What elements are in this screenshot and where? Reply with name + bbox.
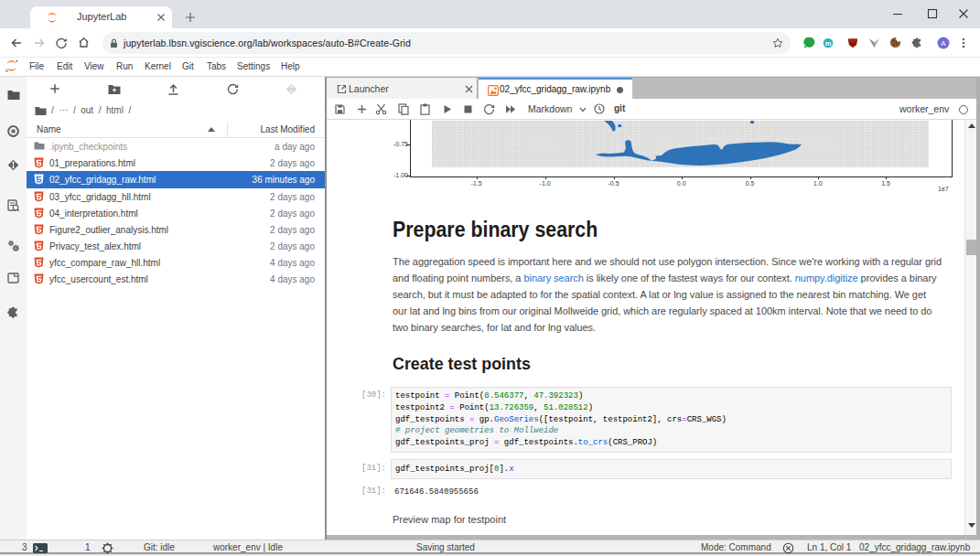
svg-text:m: m xyxy=(825,39,832,48)
svg-text:A: A xyxy=(941,39,946,48)
